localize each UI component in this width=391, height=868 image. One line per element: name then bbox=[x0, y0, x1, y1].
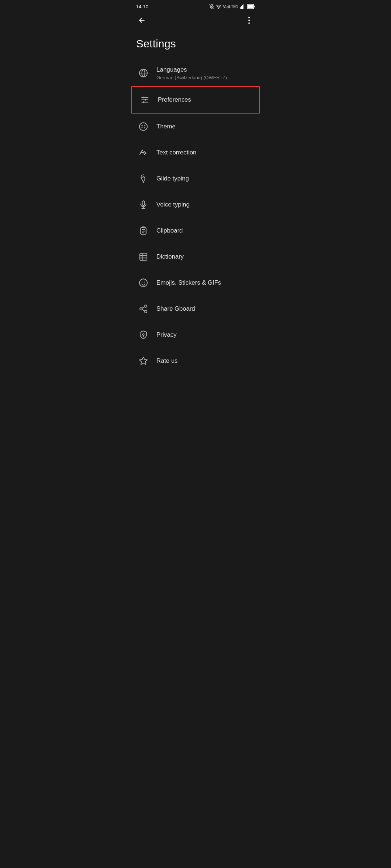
more-dots-icon bbox=[248, 17, 250, 24]
privacy-label: Privacy bbox=[156, 331, 255, 339]
menu-item-clipboard[interactable]: Clipboard bbox=[130, 218, 261, 244]
globe-icon bbox=[136, 66, 151, 80]
svg-rect-7 bbox=[243, 4, 244, 9]
volte-icon: Vo)LTE1 bbox=[223, 4, 238, 9]
svg-point-38 bbox=[144, 282, 145, 283]
preferences-label: Preferences bbox=[158, 96, 253, 104]
settings-heading: Settings bbox=[136, 38, 255, 50]
menu-item-share-gboard[interactable]: Share Gboard bbox=[130, 296, 261, 322]
svg-rect-32 bbox=[140, 253, 147, 260]
svg-point-20 bbox=[139, 123, 147, 131]
menu-item-dictionary[interactable]: Dictionary bbox=[130, 244, 261, 270]
languages-sublabel: German (Switzerland) (QWERTZ) bbox=[156, 75, 255, 80]
share-gboard-label: Share Gboard bbox=[156, 305, 255, 313]
svg-rect-25 bbox=[142, 201, 145, 205]
menu-item-preferences[interactable]: Preferences bbox=[131, 86, 260, 114]
svg-rect-9 bbox=[254, 5, 255, 7]
languages-label: Languages bbox=[156, 66, 255, 74]
signal-icon bbox=[240, 4, 245, 9]
status-bar: 14:10 Vo)LTE1 bbox=[130, 0, 261, 12]
palette-icon bbox=[136, 119, 151, 134]
svg-line-42 bbox=[142, 310, 144, 311]
svg-marker-46 bbox=[139, 357, 147, 365]
svg-point-17 bbox=[143, 97, 144, 98]
menu-item-glide-typing[interactable]: Glide typing bbox=[130, 166, 261, 192]
svg-point-24 bbox=[144, 127, 145, 128]
svg-point-36 bbox=[139, 279, 147, 287]
text-correction-icon bbox=[136, 145, 151, 160]
svg-point-21 bbox=[142, 125, 143, 126]
svg-point-37 bbox=[142, 282, 143, 283]
page-title: Settings bbox=[130, 29, 261, 60]
svg-point-22 bbox=[144, 125, 145, 126]
svg-rect-6 bbox=[242, 5, 243, 9]
menu-item-theme[interactable]: Theme bbox=[130, 114, 261, 140]
top-app-bar bbox=[130, 12, 261, 29]
privacy-icon bbox=[136, 328, 151, 342]
clipboard-label: Clipboard bbox=[156, 227, 255, 235]
menu-item-text-correction[interactable]: Text correction bbox=[130, 140, 261, 166]
svg-rect-4 bbox=[240, 7, 241, 9]
menu-item-voice-typing[interactable]: Voice typing bbox=[130, 192, 261, 218]
svg-point-3 bbox=[218, 8, 219, 8]
svg-rect-5 bbox=[241, 6, 242, 9]
battery-icon bbox=[247, 4, 255, 9]
svg-point-18 bbox=[145, 99, 146, 101]
sliders-icon bbox=[138, 93, 152, 107]
back-arrow-icon bbox=[138, 16, 146, 24]
text-correction-label: Text correction bbox=[156, 149, 255, 157]
more-options-button[interactable] bbox=[242, 13, 256, 27]
theme-label: Theme bbox=[156, 123, 255, 131]
glide-typing-label: Glide typing bbox=[156, 175, 255, 183]
svg-line-43 bbox=[142, 307, 144, 308]
svg-point-23 bbox=[142, 127, 143, 128]
settings-menu: Languages German (Switzerland) (QWERTZ) … bbox=[130, 60, 261, 374]
dictionary-label: Dictionary bbox=[156, 253, 255, 261]
rate-us-label: Rate us bbox=[156, 357, 255, 365]
menu-item-emojis[interactable]: Emojis, Stickers & GIFs bbox=[130, 270, 261, 296]
status-icons: Vo)LTE1 bbox=[209, 4, 255, 9]
emoji-icon bbox=[136, 276, 151, 290]
emojis-label: Emojis, Stickers & GIFs bbox=[156, 279, 255, 287]
dictionary-icon bbox=[136, 250, 151, 264]
star-icon bbox=[136, 354, 151, 368]
glide-icon bbox=[136, 171, 151, 186]
svg-rect-10 bbox=[247, 5, 253, 8]
back-button[interactable] bbox=[135, 13, 149, 27]
clipboard-icon bbox=[136, 224, 151, 238]
menu-item-privacy[interactable]: Privacy bbox=[130, 322, 261, 348]
status-time: 14:10 bbox=[136, 4, 148, 9]
mic-icon bbox=[136, 197, 151, 212]
svg-point-19 bbox=[143, 101, 144, 103]
menu-item-languages[interactable]: Languages German (Switzerland) (QWERTZ) bbox=[130, 60, 261, 86]
wifi-icon bbox=[216, 4, 222, 9]
mute-icon bbox=[209, 4, 214, 9]
voice-typing-label: Voice typing bbox=[156, 201, 255, 209]
menu-item-rate-us[interactable]: Rate us bbox=[130, 348, 261, 374]
share-icon bbox=[136, 302, 151, 316]
